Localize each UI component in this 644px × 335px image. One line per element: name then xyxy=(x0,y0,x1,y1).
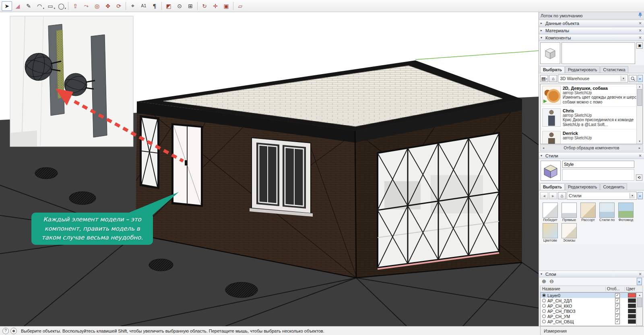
home-icon[interactable]: ⌂ xyxy=(558,192,566,199)
back-button[interactable]: ◂ xyxy=(540,192,548,199)
add-layer-button[interactable]: ⊕ xyxy=(541,279,547,285)
layer-color-swatch[interactable] xyxy=(628,319,636,324)
tab-edit-style[interactable]: Редактировать xyxy=(565,183,600,190)
layer-radio[interactable] xyxy=(542,309,546,313)
tab-select-style[interactable]: Выбрать xyxy=(540,183,565,190)
dropdown-arrow-icon[interactable]: ▾ xyxy=(43,7,44,10)
close-icon[interactable]: × xyxy=(638,21,642,25)
move-button[interactable]: ✥ xyxy=(103,1,113,11)
close-icon[interactable]: × xyxy=(638,154,642,158)
visibility-checkbox[interactable]: ✓ xyxy=(615,314,620,319)
forward-button[interactable]: ▸ xyxy=(549,192,557,199)
tab-statistics[interactable]: Статистика xyxy=(600,66,628,73)
close-icon[interactable]: × xyxy=(638,36,642,40)
layer-row[interactable]: AP_CH_ККО✓ xyxy=(541,303,642,308)
tab-select[interactable]: Выбрать xyxy=(540,66,565,73)
tape-measure-button[interactable]: ⌖ xyxy=(128,1,138,11)
close-icon[interactable]: × xyxy=(638,272,642,276)
zoom-button[interactable]: ⊙ xyxy=(174,1,185,11)
panel-header-materials[interactable]: ▸ Материалы × xyxy=(539,27,644,34)
style-thumbnail-item[interactable]: Рассорт xyxy=(579,203,597,222)
panel-header-styles[interactable]: ▾ Стили × xyxy=(539,152,644,159)
select-instance-button[interactable]: ▣ xyxy=(636,42,643,49)
warehouse-combo[interactable]: 3D Warehouse ▾ xyxy=(558,74,628,83)
panel-header-layers[interactable]: ▾ Слои × xyxy=(539,271,644,277)
style-name-input[interactable] xyxy=(562,161,634,168)
chevron-down-icon[interactable]: ▾ xyxy=(621,76,626,81)
component-description-box[interactable] xyxy=(561,42,635,64)
visibility-checkbox[interactable]: ✓ xyxy=(615,304,620,308)
tab-edit[interactable]: Редактировать xyxy=(565,66,600,73)
layer-color-swatch[interactable] xyxy=(628,309,636,313)
layer-row[interactable]: AP_CH_2ДЛ✓ xyxy=(541,298,642,303)
offset-button[interactable]: ◎ xyxy=(92,1,102,11)
rotate-button[interactable]: ⟳ xyxy=(114,1,124,11)
layer-color-swatch[interactable] xyxy=(628,293,636,298)
style-thumbnail-item[interactable]: Победит xyxy=(541,203,559,222)
component-item[interactable]: 2D, Девушки, собакаавтор SketchUpИзменит… xyxy=(541,84,642,107)
layer-radio[interactable] xyxy=(542,320,546,323)
style-thumbnail-item[interactable]: Фотомод xyxy=(617,203,635,222)
search-icon[interactable] xyxy=(629,75,637,82)
prev-icon[interactable]: ◂ xyxy=(541,146,546,150)
tray-title-bar[interactable]: Лоток по умолчанию xyxy=(539,12,644,19)
help-icon[interactable]: ? xyxy=(2,328,9,334)
user-icon[interactable]: ☻ xyxy=(10,328,17,334)
scroll-up-icon[interactable]: ▴ xyxy=(639,293,640,298)
visibility-checkbox[interactable]: ✓ xyxy=(615,319,620,324)
style-thumbnail-item[interactable]: Стили по xyxy=(598,203,616,222)
select-button[interactable]: ➤ xyxy=(2,1,12,11)
update-style-button[interactable]: ⟲ xyxy=(636,174,642,181)
line-button[interactable]: ✎ xyxy=(23,1,34,11)
scroll-up-icon[interactable]: ▴ xyxy=(639,84,640,89)
layer-color-swatch[interactable] xyxy=(628,298,636,303)
component-list-scrollbar[interactable]: ▴ ▾ xyxy=(636,84,642,144)
scroll-down-icon[interactable]: ▾ xyxy=(639,139,640,144)
dimension-button[interactable]: A1 xyxy=(138,1,149,11)
layer-radio[interactable] xyxy=(542,314,546,318)
paint-bucket-button[interactable]: ◩ xyxy=(163,1,174,11)
style-thumbnail-item[interactable]: Эскизы xyxy=(560,223,578,242)
layers-list[interactable]: Layer0✓AP_CH_2ДЛ✓AP_CH_ККО✓AP_CH_ПВОЗ✓AP… xyxy=(540,292,643,326)
layers-scrollbar[interactable]: ▴ xyxy=(636,293,642,326)
layer-row[interactable]: Layer0✓ xyxy=(541,293,642,298)
orbit-button[interactable]: ↻ xyxy=(199,1,210,11)
visibility-checkbox[interactable]: ✓ xyxy=(615,309,620,314)
next-icon[interactable]: ▸ xyxy=(637,146,642,150)
arc-button[interactable]: ◠▾ xyxy=(34,1,45,11)
home-icon[interactable]: ⌂ xyxy=(549,75,557,82)
push-pull-button[interactable]: ⇧ xyxy=(70,1,80,11)
layer-row[interactable]: AP_CH_ПВОЗ✓ xyxy=(541,308,642,314)
chevron-down-icon[interactable]: ▾ xyxy=(630,193,635,199)
scroll-thumb[interactable] xyxy=(637,89,642,106)
remove-layer-button[interactable]: ⊖ xyxy=(549,279,555,285)
layer-row[interactable]: AP_CH_УМ✓ xyxy=(541,314,642,319)
panel-header-components[interactable]: ▾ Компоненты × xyxy=(539,34,644,41)
rectangle-button[interactable]: ▭▾ xyxy=(45,1,56,11)
details-arrow-button[interactable]: ▸ xyxy=(638,75,643,82)
layer-radio[interactable] xyxy=(542,294,546,297)
section-plane-button[interactable]: ▱ xyxy=(235,1,246,11)
layer-row[interactable]: AP_CH_ОБЩ✓ xyxy=(541,319,642,324)
component-item[interactable]: Chrisавтор SketchUpКрис Дизон присоедини… xyxy=(541,107,642,129)
layer-color-swatch[interactable] xyxy=(628,314,636,318)
layer-radio[interactable] xyxy=(542,299,546,302)
layers-pane-arrow-button[interactable]: ▸ xyxy=(637,278,642,285)
eraser-button[interactable]: ◢ xyxy=(12,1,23,11)
circle-button[interactable]: ◯▾ xyxy=(56,1,66,11)
pin-icon[interactable] xyxy=(638,12,642,19)
visibility-checkbox[interactable]: ✓ xyxy=(615,298,620,303)
component-list[interactable]: 2D, Девушки, собакаавтор SketchUpИзменит… xyxy=(540,84,643,144)
dropdown-arrow-icon[interactable]: ▾ xyxy=(64,7,66,10)
pan-button[interactable]: ✛ xyxy=(210,1,221,11)
component-sampler-bar[interactable]: ◂ Отбор образцов компонентов ▸ xyxy=(540,145,643,151)
panel-header-entity-info[interactable]: ▸ Данные объекта × xyxy=(539,20,644,27)
column-name[interactable]: Название xyxy=(541,287,606,291)
component-item[interactable]: Derrickавтор SketchUp xyxy=(541,129,642,144)
zoom-window-button[interactable]: ⊞ xyxy=(185,1,196,11)
measurements-box[interactable]: Измерения xyxy=(540,327,644,335)
tab-mix-style[interactable]: Соединить xyxy=(600,183,627,190)
visibility-checkbox[interactable]: ✓ xyxy=(615,293,620,298)
styles-pane-arrow-button[interactable]: ▸ xyxy=(638,192,643,199)
style-thumbnail-item[interactable]: Прямые xyxy=(560,203,578,222)
